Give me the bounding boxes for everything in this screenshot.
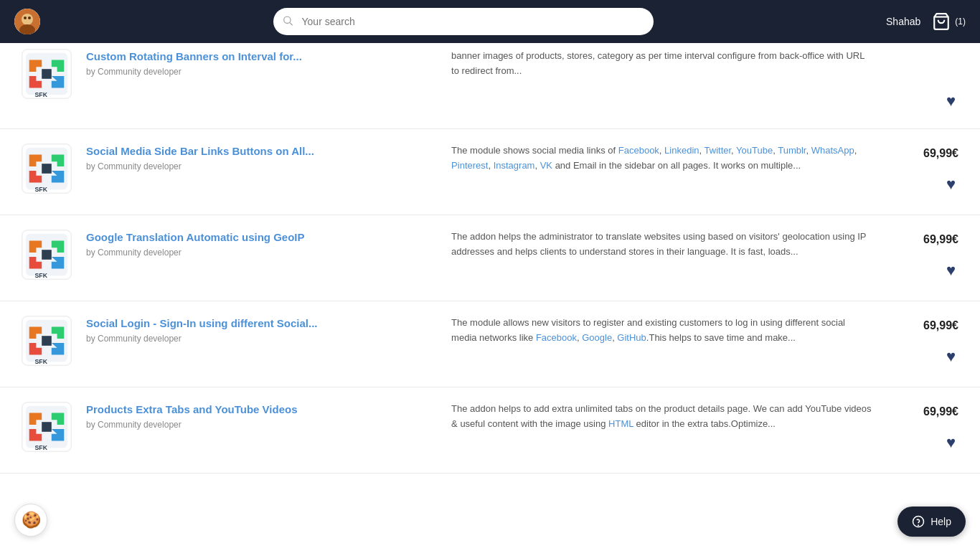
favorite-button[interactable]: ♥ <box>943 258 958 283</box>
svg-rect-30 <box>42 250 52 260</box>
favorite-button[interactable]: ♥ <box>943 172 958 197</box>
product-description: The addon helps the administrator to tra… <box>437 230 887 260</box>
header-left <box>14 9 40 34</box>
product-price: 69,99€ <box>923 147 958 160</box>
svg-line-6 <box>290 23 293 26</box>
product-price-wrap: ♥ <box>887 49 958 117</box>
product-logo: SFK <box>22 49 72 99</box>
list-item: SFK Google Translation Automatic using G… <box>0 215 980 301</box>
avatar[interactable] <box>14 9 40 34</box>
product-developer: by Community developer <box>86 248 437 258</box>
list-item: SFK Social Media Side Bar Links Buttons … <box>0 129 980 215</box>
product-info: Products Extra Tabs and YouTube Videos b… <box>86 402 437 435</box>
cart-button[interactable]: (1) <box>932 12 966 31</box>
product-description: The module allows new visitors to regist… <box>437 316 887 346</box>
main-header: Shahab (1) <box>0 0 980 43</box>
product-logo: SFK <box>22 402 72 452</box>
header-right: Shahab (1) <box>886 12 966 31</box>
svg-text:SFK: SFK <box>34 186 47 193</box>
svg-point-1 <box>22 14 33 25</box>
product-logo: SFK <box>22 143 72 194</box>
svg-rect-38 <box>42 336 52 346</box>
help-label: Help <box>930 516 951 527</box>
svg-point-5 <box>283 17 290 23</box>
product-description: banner images of products, stores, categ… <box>437 49 887 79</box>
svg-rect-22 <box>42 164 52 174</box>
product-logo: SFK <box>22 230 72 280</box>
search-icon <box>282 15 293 29</box>
product-title[interactable]: Google Translation Automatic using GeoIP <box>86 230 437 245</box>
product-info: Custom Rotating Banners on Interval for.… <box>86 49 437 83</box>
cookie-icon: 🍪 <box>22 511 41 529</box>
svg-point-49 <box>918 525 919 526</box>
product-price: 69,99€ <box>923 319 958 332</box>
search-input[interactable] <box>273 8 654 35</box>
svg-rect-14 <box>42 69 52 79</box>
svg-point-4 <box>28 17 31 19</box>
product-price-wrap: 69,99€ ♥ <box>887 402 958 458</box>
list-item: SFK Products Extra Tabs and YouTube Vide… <box>0 387 980 474</box>
product-developer: by Community developer <box>86 420 437 430</box>
product-developer: by Community developer <box>86 334 437 344</box>
list-item: SFK Custom Rotating Banners on Interval … <box>0 43 980 129</box>
product-price: 69,99€ <box>923 405 958 418</box>
cart-badge: (1) <box>955 17 966 27</box>
product-list: SFK Custom Rotating Banners on Interval … <box>0 43 980 474</box>
product-description: The addon helps to add extra unlimited t… <box>437 402 887 432</box>
product-price-wrap: 69,99€ ♥ <box>887 316 958 372</box>
help-button[interactable]: Help <box>897 507 966 537</box>
svg-rect-46 <box>42 422 52 432</box>
main-content: SFK Custom Rotating Banners on Interval … <box>0 43 980 551</box>
svg-text:SFK: SFK <box>34 358 47 365</box>
product-title[interactable]: Social Media Side Bar Links Buttons on A… <box>86 143 437 159</box>
cookie-button[interactable]: 🍪 <box>14 504 47 537</box>
product-description: The module shows social media links of F… <box>437 143 887 174</box>
svg-point-3 <box>24 17 27 19</box>
help-icon <box>912 515 925 528</box>
list-item: SFK Social Login - Sign-In using differe… <box>0 301 980 387</box>
product-price-wrap: 69,99€ ♥ <box>887 143 958 200</box>
product-title[interactable]: Products Extra Tabs and YouTube Videos <box>86 402 437 417</box>
product-title[interactable]: Custom Rotating Banners on Interval for.… <box>86 49 437 64</box>
product-developer: by Community developer <box>86 161 437 171</box>
svg-text:SFK: SFK <box>34 272 47 279</box>
cart-icon <box>932 12 951 31</box>
favorite-button[interactable]: ♥ <box>943 89 958 113</box>
svg-text:SFK: SFK <box>34 444 47 451</box>
favorite-button[interactable]: ♥ <box>943 344 958 369</box>
product-logo: SFK <box>22 316 72 366</box>
product-developer: by Community developer <box>86 67 437 77</box>
product-info: Social Login - Sign-In using different S… <box>86 316 437 349</box>
product-info: Google Translation Automatic using GeoIP… <box>86 230 437 263</box>
product-info: Social Media Side Bar Links Buttons on A… <box>86 143 437 177</box>
product-price: 69,99€ <box>923 233 958 246</box>
username-label: Shahab <box>886 16 920 27</box>
search-bar <box>273 8 654 35</box>
product-price-wrap: 69,99€ ♥ <box>887 230 958 286</box>
product-title[interactable]: Social Login - Sign-In using different S… <box>86 316 437 331</box>
svg-text:SFK: SFK <box>34 91 47 98</box>
favorite-button[interactable]: ♥ <box>943 430 958 455</box>
